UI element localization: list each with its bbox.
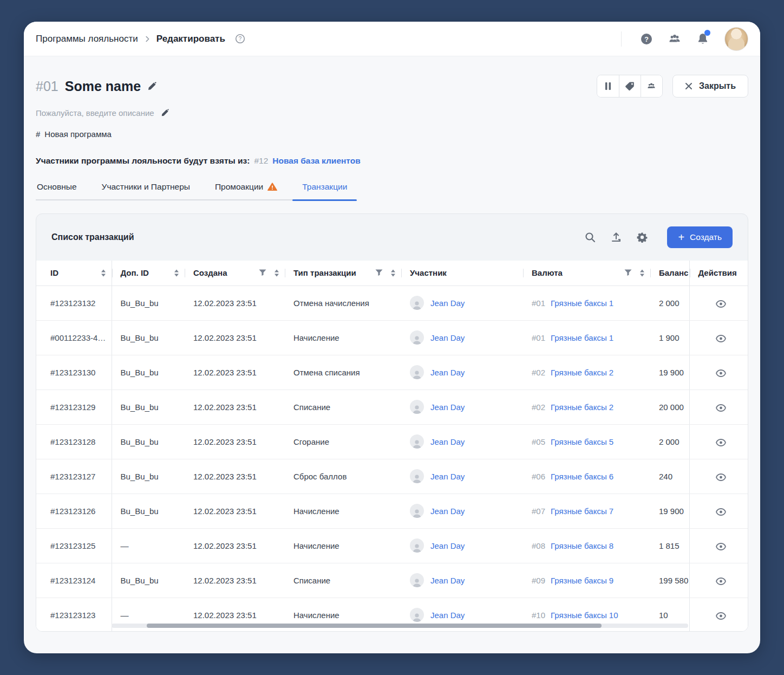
close-icon <box>685 82 692 90</box>
tab-main[interactable]: Основные <box>36 182 78 199</box>
sort-icon[interactable] <box>639 269 645 277</box>
cell-currency: #02Грязные баксы 2 <box>523 390 650 424</box>
filter-icon[interactable] <box>375 269 383 276</box>
cell-transaction-type: Сгорание <box>285 424 401 459</box>
cell-transaction-id: #123123127 <box>36 459 112 494</box>
view-icon[interactable] <box>716 473 726 481</box>
cell-actions <box>689 424 748 459</box>
tab-promotions[interactable]: Промоакции <box>214 182 278 199</box>
create-button[interactable]: + Создать <box>667 226 733 248</box>
cell-actions <box>689 563 748 598</box>
column-header-balance[interactable]: Баланс д <box>650 261 689 285</box>
transactions-title: Список транзакций <box>51 232 134 242</box>
sort-icon[interactable] <box>101 269 106 277</box>
participant-link[interactable]: Jean Day <box>430 403 465 412</box>
cell-transaction-type: Списание <box>285 390 401 424</box>
members-button[interactable] <box>641 75 662 97</box>
edit-name-icon[interactable] <box>147 82 156 91</box>
svg-text:?: ? <box>644 35 649 43</box>
tab-label: Промоакции <box>215 182 263 192</box>
participant-link[interactable]: Jean Day <box>430 437 465 446</box>
settings-icon[interactable] <box>637 232 648 243</box>
view-icon[interactable] <box>716 404 726 412</box>
topbar: Программы лояльности Редактировать ? ? <box>24 22 760 56</box>
pause-button[interactable] <box>597 75 619 97</box>
view-icon[interactable] <box>716 439 726 446</box>
cell-ext-id: Bu_Bu_bu <box>112 355 185 390</box>
view-icon[interactable] <box>716 369 726 377</box>
client-base-link[interactable]: Новая база клиентов <box>272 156 360 166</box>
view-icon[interactable] <box>716 543 726 550</box>
column-label: Доп. ID <box>121 268 149 277</box>
svg-text:?: ? <box>238 36 241 42</box>
currency-link[interactable]: Грязные баксы 2 <box>551 368 613 377</box>
currency-link[interactable]: Грязные баксы 9 <box>551 576 613 585</box>
cell-participant: Jean Day <box>401 563 523 598</box>
view-icon[interactable] <box>716 335 726 342</box>
currency-link[interactable]: Грязные баксы 2 <box>551 403 613 412</box>
close-button[interactable]: Закрыть <box>672 75 748 98</box>
column-header-ext-id[interactable]: Доп. ID <box>112 261 185 285</box>
help-icon[interactable]: ? <box>636 28 657 50</box>
column-header-id[interactable]: ID <box>36 261 112 285</box>
filter-icon[interactable] <box>624 269 632 276</box>
cell-actions <box>689 320 748 355</box>
sort-icon[interactable] <box>390 269 396 277</box>
cell-transaction-type: Сброс баллов <box>285 459 401 494</box>
participant-link[interactable]: Jean Day <box>430 472 465 481</box>
currency-link[interactable]: Грязные баксы 8 <box>551 541 613 550</box>
cell-balance: 240 <box>650 459 689 494</box>
tag-button[interactable] <box>619 75 641 97</box>
table-row: #123123124 Bu_Bu_bu 12.02.2023 23:51 Спи… <box>36 563 748 598</box>
column-header-participant[interactable]: Участник <box>401 261 523 285</box>
cell-transaction-type: Отмена начисления <box>285 285 401 320</box>
participant-link[interactable]: Jean Day <box>430 368 465 377</box>
view-icon[interactable] <box>716 508 726 516</box>
tab-transactions[interactable]: Транзакции <box>301 182 348 199</box>
cell-ext-id: Bu_Bu_bu <box>112 459 185 494</box>
currency-link[interactable]: Грязные баксы 1 <box>551 333 613 342</box>
currency-link[interactable]: Грязные баксы 10 <box>551 611 618 620</box>
upload-icon[interactable] <box>611 232 622 243</box>
cell-currency: #01Грязные баксы 1 <box>523 320 650 355</box>
participant-link[interactable]: Jean Day <box>430 298 465 308</box>
participant-link[interactable]: Jean Day <box>430 333 465 342</box>
currency-link[interactable]: Грязные баксы 7 <box>551 507 613 516</box>
currency-link[interactable]: Грязные баксы 1 <box>551 298 613 308</box>
view-icon[interactable] <box>716 300 726 308</box>
view-icon[interactable] <box>716 612 726 620</box>
tab-participants-partners[interactable]: Участники и Партнеры <box>101 182 191 199</box>
column-header-currency[interactable]: Валюта <box>523 261 650 285</box>
cell-actions <box>689 494 748 528</box>
cell-transaction-id: #00112233-4… <box>36 320 112 355</box>
cell-balance: 1 900 <box>650 320 689 355</box>
user-avatar[interactable] <box>724 27 748 51</box>
edit-description-icon[interactable] <box>161 109 169 117</box>
breadcrumb-root[interactable]: Программы лояльности <box>36 34 138 44</box>
sort-icon[interactable] <box>274 269 279 277</box>
currency-link[interactable]: Грязные баксы 6 <box>551 472 613 481</box>
participants-note: Участники программы лояльности будут взя… <box>36 156 748 166</box>
participant-link[interactable]: Jean Day <box>430 507 465 516</box>
team-icon[interactable] <box>664 28 685 50</box>
participant-link[interactable]: Jean Day <box>430 611 465 620</box>
currency-ref: #06 <box>532 472 545 481</box>
currency-link[interactable]: Грязные баксы 5 <box>551 437 613 446</box>
cell-ext-id: Bu_Bu_bu <box>112 563 185 598</box>
sort-icon[interactable] <box>174 269 179 277</box>
cell-transaction-id: #123123125 <box>36 528 112 563</box>
column-header-created[interactable]: Создана <box>185 261 285 285</box>
description-placeholder-row[interactable]: Пожалуйста, введите описание <box>36 108 748 118</box>
filter-icon[interactable] <box>259 269 266 276</box>
horizontal-scrollbar-track[interactable] <box>112 624 688 628</box>
page-help-icon[interactable]: ? <box>235 34 245 44</box>
participant-link[interactable]: Jean Day <box>430 541 465 550</box>
transactions-table: ID Доп. ID Создана Тип транзакции Участн… <box>36 261 748 632</box>
column-header-type[interactable]: Тип транзакции <box>285 261 401 285</box>
horizontal-scrollbar-thumb[interactable] <box>147 624 602 628</box>
notifications-icon[interactable] <box>692 28 714 50</box>
search-icon[interactable] <box>585 232 596 243</box>
transactions-card-header: Список транзакций + Создать <box>36 214 748 261</box>
view-icon[interactable] <box>716 577 726 585</box>
participant-link[interactable]: Jean Day <box>430 576 465 585</box>
